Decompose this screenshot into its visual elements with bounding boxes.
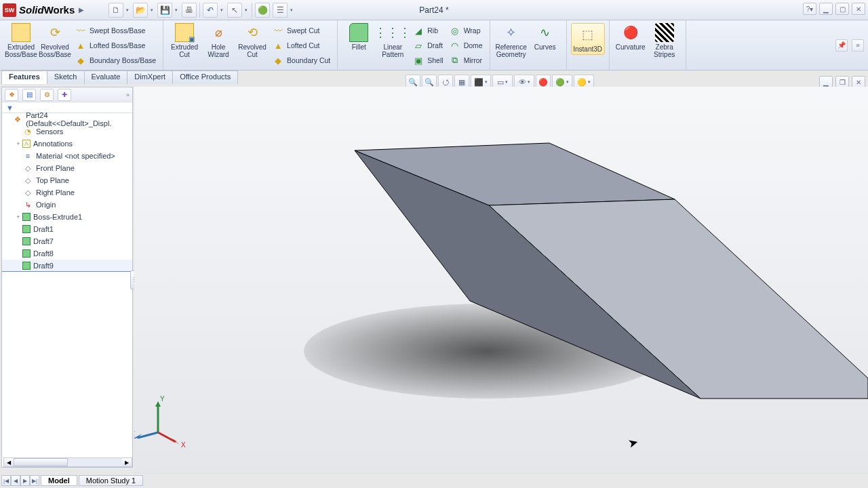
- feature-tree-tab[interactable]: ❖: [5, 89, 18, 101]
- reference-geometry-button[interactable]: ✧ Reference Geometry: [494, 23, 528, 58]
- hole-wizard-button[interactable]: ⌀ Hole Wizard: [201, 23, 235, 58]
- tree-front-plane[interactable]: ◇Front Plane: [2, 162, 132, 174]
- tab-evaluate[interactable]: Evaluate: [84, 70, 128, 84]
- bottom-tab-bar: |◀ ◀ ▶ ▶| Model Motion Study 1: [1, 474, 143, 487]
- lofted-boss-button[interactable]: ▲Lofted Boss/Base: [72, 38, 159, 53]
- tree-right-plane[interactable]: ◇Right Plane: [2, 186, 132, 199]
- open-button[interactable]: 📂: [133, 3, 148, 18]
- scroll-right-button[interactable]: ▶: [122, 458, 132, 466]
- close-button[interactable]: ✕: [852, 3, 865, 15]
- label: Boss-Extrude1: [33, 213, 82, 221]
- wrap-button[interactable]: ◎Wrap: [446, 23, 486, 38]
- zebra-stripes-button[interactable]: Zebra Stripes: [648, 23, 682, 58]
- tree-origin[interactable]: ↳Origin: [2, 199, 132, 211]
- maximize-button[interactable]: ▢: [835, 3, 849, 15]
- instant3d-button[interactable]: ⬚ Instant3D: [571, 23, 605, 55]
- app-logo[interactable]: SW SolidWorks ▶: [0, 0, 88, 20]
- tab-motion-study[interactable]: Motion Study 1: [79, 475, 143, 486]
- boundary-cut-button[interactable]: ◆Boundary Cut: [269, 53, 333, 68]
- minimize-icon: ▁: [823, 79, 829, 86]
- scroll-track[interactable]: [14, 458, 122, 466]
- extruded-boss-button[interactable]: Extruded Boss/Base: [4, 23, 38, 58]
- rebuild-button[interactable]: 🟢: [255, 3, 270, 18]
- rib-button[interactable]: ◢Rib: [410, 23, 446, 38]
- boundary-boss-icon: ◆: [75, 54, 87, 66]
- label: Reference Geometry: [496, 43, 527, 58]
- tree-draft1[interactable]: Draft1: [2, 223, 132, 235]
- scroll-thumb[interactable]: [14, 458, 68, 466]
- label: Sensors: [36, 127, 63, 136]
- swept-cut-button[interactable]: 〰Swept Cut: [269, 23, 333, 38]
- shell-button[interactable]: ▣Shell: [410, 53, 446, 68]
- tree-root[interactable]: ❖Part24 (Default<<Default>_Displ.: [2, 113, 132, 125]
- label: Draft1: [33, 225, 54, 233]
- tab-sketch[interactable]: Sketch: [47, 70, 85, 84]
- origin-icon: ↳: [22, 199, 33, 210]
- tree-boss-extrude1[interactable]: +Boss-Extrude1: [2, 211, 132, 223]
- feature-tree-icon: ❖: [9, 91, 15, 98]
- triad-z-label: Z: [134, 430, 135, 438]
- label: Fillet: [352, 43, 366, 51]
- graphics-viewport[interactable]: Y X Z ➤: [134, 87, 868, 474]
- new-button[interactable]: 🗋: [108, 3, 123, 18]
- label: Mirror: [464, 56, 482, 64]
- property-manager-tab[interactable]: ▤: [22, 89, 36, 101]
- tree-draft8[interactable]: Draft8: [2, 247, 132, 260]
- lofted-cut-button[interactable]: ▲Lofted Cut: [269, 38, 333, 53]
- label: Lofted Cut: [287, 41, 319, 49]
- curves-button[interactable]: ∿ Curves: [528, 23, 562, 51]
- scroll-left-button[interactable]: ◀: [4, 458, 14, 466]
- tree-top-plane[interactable]: ◇Top Plane: [2, 174, 132, 186]
- minimize-button[interactable]: ▁: [819, 3, 833, 15]
- restore-icon: ❐: [840, 79, 846, 86]
- boundary-boss-button[interactable]: ◆Boundary Boss/Base: [72, 53, 159, 68]
- options-button[interactable]: ☰: [273, 3, 288, 18]
- dome-button[interactable]: ◠Dome: [446, 38, 486, 53]
- curvature-button[interactable]: 🔴 Curvature: [614, 23, 648, 51]
- undo-button[interactable]: ↶: [203, 3, 218, 18]
- tree-material[interactable]: ≡Material <not specified>: [2, 150, 132, 162]
- config-manager-tab[interactable]: ⚙: [40, 89, 54, 101]
- ribbon-overflow-button[interactable]: »: [852, 39, 864, 52]
- model-3d[interactable]: Y X Z: [134, 87, 868, 474]
- tab-last-button[interactable]: ▶|: [30, 475, 39, 486]
- fillet-button[interactable]: Fillet: [342, 23, 376, 51]
- tab-office-products[interactable]: Office Products: [172, 70, 238, 84]
- dimxpert-manager-tab[interactable]: ✚: [58, 89, 71, 101]
- app-menu-arrow-icon[interactable]: ▶: [79, 6, 84, 14]
- swept-boss-button[interactable]: 〰Swept Boss/Base: [72, 23, 159, 38]
- panel-collapse-button[interactable]: »: [126, 92, 130, 98]
- label: Revolved Cut: [238, 43, 267, 58]
- label: Extruded Cut: [171, 43, 198, 58]
- tab-features[interactable]: Features: [1, 70, 47, 84]
- revolved-cut-button[interactable]: ⟲ Revolved Cut: [235, 23, 269, 58]
- tab-prev-button[interactable]: ◀: [11, 475, 20, 486]
- pin-ribbon-button[interactable]: 📌: [835, 39, 848, 52]
- tree-annotations[interactable]: +AAnnotations: [2, 138, 132, 150]
- tab-first-button[interactable]: |◀: [1, 475, 11, 486]
- tree-draft9[interactable]: Draft9: [2, 260, 132, 272]
- filter-icon: ▼: [6, 104, 14, 112]
- tab-model[interactable]: Model: [41, 475, 77, 486]
- tab-dimxpert[interactable]: DimXpert: [127, 70, 173, 84]
- linear-pattern-button[interactable]: ⋮⋮⋮ Linear Pattern: [376, 23, 410, 58]
- extruded-cut-button[interactable]: ▣ Extruded Cut: [167, 23, 201, 58]
- help-button[interactable]: ?▾: [803, 3, 816, 15]
- label: Boundary Cut: [287, 56, 330, 64]
- label: Draft: [427, 41, 443, 49]
- panel-h-scrollbar[interactable]: ◀ ▶: [3, 458, 132, 467]
- orientation-triad[interactable]: Y X Z: [134, 395, 186, 449]
- save-button[interactable]: 💾: [157, 3, 172, 18]
- open-icon: 📂: [136, 5, 146, 15]
- select-button[interactable]: ↖: [227, 3, 242, 18]
- print-button[interactable]: 🖶: [182, 3, 197, 18]
- expander-icon[interactable]: +: [14, 140, 22, 147]
- part-icon: ❖: [13, 114, 24, 125]
- label: Draft9: [33, 262, 54, 270]
- draft-button[interactable]: ▱Draft: [410, 38, 446, 53]
- mirror-button[interactable]: ⧉Mirror: [446, 53, 486, 68]
- tab-next-button[interactable]: ▶: [20, 475, 30, 486]
- revolved-boss-button[interactable]: ⟳ Revolved Boss/Base: [38, 23, 72, 58]
- tree-draft7[interactable]: Draft7: [2, 235, 132, 247]
- expander-icon[interactable]: +: [14, 214, 22, 220]
